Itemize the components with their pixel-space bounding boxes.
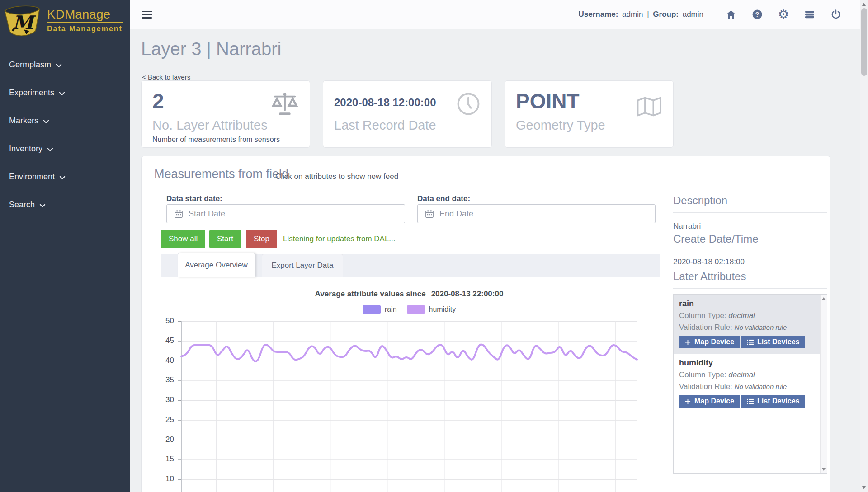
divider	[673, 251, 827, 251]
stat-label: No. Layer Attributes	[152, 118, 268, 133]
data-server-icon[interactable]	[804, 9, 816, 20]
end-date-label: Data end date:	[417, 194, 470, 203]
stat-label: Last Record Date	[334, 118, 436, 133]
legend-label: rain	[385, 305, 397, 314]
stat-value: 2020-08-18 12:00:00	[334, 96, 436, 109]
page-title: Layer 3 | Narrabri	[141, 39, 282, 59]
y-axis-tick-label: 10	[152, 474, 174, 483]
sidebar-item-germplasm[interactable]: Germplasm	[0, 51, 130, 79]
start-date-input[interactable]	[166, 204, 405, 223]
attribute-name: rain	[679, 299, 815, 309]
end-date-input[interactable]	[417, 204, 656, 223]
chevron-down-icon	[39, 204, 46, 208]
help-icon[interactable]: ?	[751, 9, 763, 20]
sidebar-item-search[interactable]: Search	[0, 191, 130, 219]
username-value: admin	[622, 10, 643, 19]
stop-button[interactable]: Stop	[246, 230, 277, 248]
user-divider: |	[647, 10, 649, 19]
page-scrollbar[interactable]	[860, 0, 868, 492]
chart-title-prefix: Average attribute values since	[315, 290, 426, 298]
list-devices-button[interactable]: List Devices	[741, 336, 805, 348]
topbar: Username: admin | Group: admin ? ⚙	[130, 0, 868, 29]
chart-plot	[181, 321, 637, 492]
show-all-button[interactable]: Show all	[161, 230, 205, 248]
clock-icon	[456, 92, 481, 118]
sidebar-item-label: Search	[9, 200, 35, 210]
plus-icon	[685, 398, 691, 404]
list-devices-button[interactable]: List Devices	[741, 395, 805, 408]
balance-scale-icon	[271, 92, 299, 119]
legend-swatch	[363, 305, 381, 314]
legend-item-rain[interactable]: rain	[363, 305, 397, 314]
stat-value: POINT	[516, 91, 580, 112]
y-axis-tick-label: 50	[152, 316, 174, 325]
app-logo-icon: M	[3, 3, 42, 37]
user-info: Username: admin | Group: admin	[578, 10, 705, 19]
scroll-up-arrow-icon[interactable]	[822, 297, 826, 300]
layer-details: Description Narrabri Create Date/Time 20…	[673, 194, 827, 474]
y-axis-tick-label: 45	[152, 336, 174, 345]
attribute-item-rain[interactable]: rainColumn Type: decimalValidation Rule:…	[674, 295, 820, 354]
chevron-down-icon	[43, 120, 49, 124]
username-label: Username:	[578, 10, 618, 19]
power-logout-icon[interactable]	[830, 9, 842, 20]
tab-strip: Average Overview Export Layer Data	[161, 254, 660, 277]
y-axis-tick-label: 15	[152, 455, 174, 464]
attributes-scrollbar[interactable]	[820, 295, 827, 473]
y-axis-tick-label: 30	[152, 395, 174, 404]
map-device-button[interactable]: Map Device	[679, 395, 740, 408]
plus-icon	[685, 339, 691, 345]
legend-label: humidity	[429, 305, 456, 314]
create-datetime-heading: Create Date/Time	[673, 233, 827, 245]
panel-subtitle: Click on attributes to show new feed	[275, 172, 398, 181]
sidebar-item-environment[interactable]: Environment	[0, 163, 130, 191]
attribute-actions: Map DeviceList Devices	[679, 336, 815, 348]
sidebar-item-label: Germplasm	[9, 60, 51, 70]
description-value: Narrabri	[673, 222, 827, 231]
hamburger-menu-icon[interactable]	[142, 11, 152, 19]
sidebar-item-label: Inventory	[9, 144, 42, 154]
sidebar-item-markers[interactable]: Markers	[0, 107, 130, 135]
sidebar-item-inventory[interactable]: Inventory	[0, 135, 130, 163]
sidebar-item-label: Environment	[9, 172, 55, 182]
chevron-down-icon	[59, 176, 66, 180]
sidebar-nav: GermplasmExperimentsMarkersInventoryEnvi…	[0, 51, 130, 219]
app-tagline: Data Management	[47, 25, 123, 33]
calendar-icon	[425, 209, 434, 220]
scroll-down-arrow-icon[interactable]	[822, 468, 826, 471]
y-axis-tick-label: 20	[152, 435, 174, 444]
app-logo[interactable]: M KDManage Data Management	[0, 0, 130, 40]
sidebar-item-experiments[interactable]: Experiments	[0, 79, 130, 107]
sidebar: M KDManage Data Management GermplasmExpe…	[0, 0, 130, 492]
create-datetime-value: 2020-08-18 02:18:00	[673, 258, 827, 267]
start-button[interactable]: Start	[209, 230, 241, 248]
group-value: admin	[683, 10, 703, 19]
attribute-column-type: Column Type: decimal	[679, 311, 815, 320]
calendar-icon	[174, 209, 183, 220]
attribute-validation-rule: Validation Rule: No validation rule	[679, 382, 815, 391]
y-axis-tick-label: 35	[152, 375, 174, 384]
scrollbar-thumb[interactable]	[861, 8, 867, 76]
listening-status: Listening for updates from DAL...	[283, 234, 396, 244]
tab-average-overview[interactable]: Average Overview	[178, 253, 255, 277]
settings-gear-icon[interactable]: ⚙	[778, 9, 789, 20]
divider	[673, 212, 827, 213]
list-icon	[747, 339, 754, 345]
group-label: Group:	[653, 10, 679, 19]
sidebar-item-label: Markers	[9, 116, 38, 126]
stat-cards: 2 No. Layer Attributes Number of measure…	[141, 80, 674, 148]
legend-swatch	[407, 305, 425, 314]
divider	[154, 189, 660, 189]
attribute-actions: Map DeviceList Devices	[679, 395, 815, 408]
layer-attributes-heading: Later Attributes	[673, 270, 827, 283]
scrollbar-down-arrow-icon[interactable]	[862, 486, 866, 489]
topbar-icons: ? ⚙	[725, 9, 842, 20]
scrollbar-up-arrow-icon[interactable]	[862, 3, 866, 6]
back-to-layers-link[interactable]: < Back to layers	[142, 73, 190, 81]
attribute-item-humidity[interactable]: humidityColumn Type: decimalValidation R…	[674, 354, 820, 413]
legend-item-humidity[interactable]: humidity	[407, 305, 456, 314]
tab-export-layer-data[interactable]: Export Layer Data	[262, 254, 343, 277]
home-icon[interactable]	[725, 9, 737, 20]
divider	[673, 288, 827, 289]
map-device-button[interactable]: Map Device	[679, 336, 740, 348]
